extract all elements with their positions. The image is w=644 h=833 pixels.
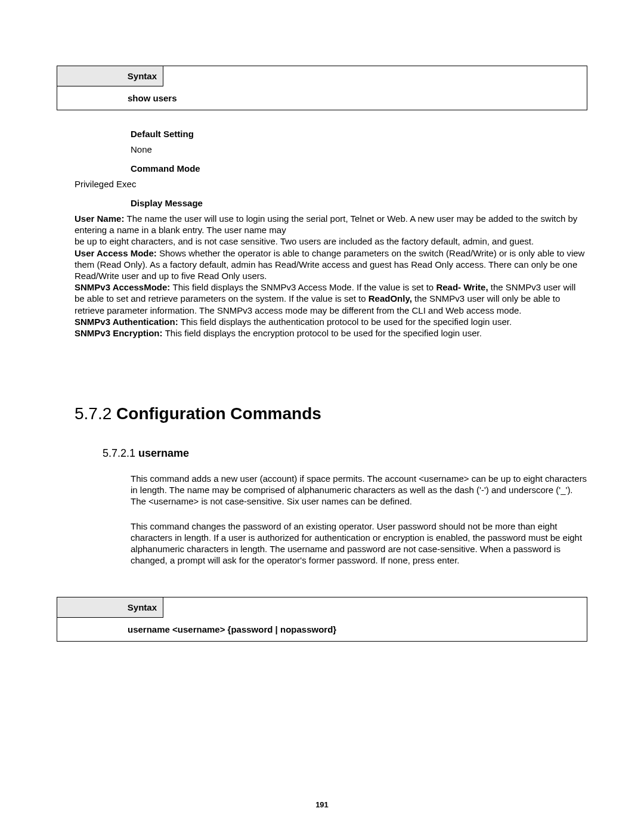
syntax-body-2: username <username> {password | nopasswo… xyxy=(57,618,587,641)
user-name-line2: be up to eight characters, and is not ca… xyxy=(75,236,587,247)
user-access-mode-bold: User Access Mode: xyxy=(75,248,159,258)
user-name-text: User Name: The name the user will use to… xyxy=(75,213,587,236)
heading-title: Configuration Commands xyxy=(116,404,321,423)
snmp-access-text1: This field displays the SNMPv3 Access Mo… xyxy=(173,282,436,292)
syntax-header-1: Syntax xyxy=(57,66,163,86)
default-setting-value: None xyxy=(131,144,587,154)
default-setting-label: Default Setting xyxy=(131,129,587,139)
snmp-encrypt-bold: SNMPv3 Encryption: xyxy=(75,328,165,338)
syntax-box-1: Syntax show users xyxy=(57,66,587,110)
paragraph-2: This command changes the password of an … xyxy=(131,521,587,566)
user-name-desc: The name the user will use to login usin… xyxy=(75,213,577,235)
paragraph-1: This command adds a new user (account) i… xyxy=(131,473,587,507)
snmp-access-mode-bold: SNMPv3 AccessMode: xyxy=(75,282,173,292)
snmp-auth-bold: SNMPv3 Authentication: xyxy=(75,317,181,327)
user-name-bold: User Name: xyxy=(75,213,127,224)
snmp-access-bold3: ReadOnly, xyxy=(369,293,412,304)
display-message-label: Display Message xyxy=(131,198,587,208)
main-heading: 5.7.2 Configuration Commands xyxy=(75,404,587,423)
snmp-access-mode-text: SNMPv3 AccessMode: This field displays t… xyxy=(75,281,587,316)
page-number: 191 xyxy=(0,800,644,809)
command-mode-value: Privileged Exec xyxy=(75,179,587,189)
snmp-auth-desc: This field displays the authentication p… xyxy=(181,317,512,327)
snmp-auth-text: SNMPv3 Authentication: This field displa… xyxy=(75,316,587,327)
user-access-mode-text: User Access Mode: Shows whether the oper… xyxy=(75,247,587,282)
snmp-encrypt-text: SNMPv3 Encryption: This field displays t… xyxy=(75,327,587,339)
command-mode-label: Command Mode xyxy=(131,163,587,174)
sub-heading: 5.7.2.1 username xyxy=(103,447,587,460)
heading-num: 5.7.2 xyxy=(75,404,116,423)
syntax-box-2: Syntax username <username> {password | n… xyxy=(57,597,587,642)
syntax-body-1: show users xyxy=(57,86,587,110)
snmp-access-bold2: Read- Write, xyxy=(436,282,488,292)
syntax-header-2: Syntax xyxy=(57,597,163,618)
snmp-encrypt-desc: This field displays the encryption proto… xyxy=(165,328,482,338)
subheading-title: username xyxy=(138,447,189,459)
subheading-num: 5.7.2.1 xyxy=(103,447,138,459)
